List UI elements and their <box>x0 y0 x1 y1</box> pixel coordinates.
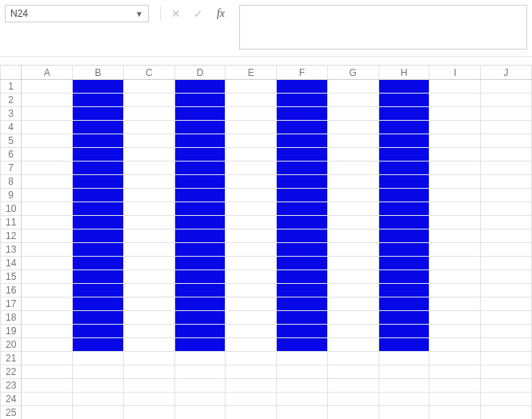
cell[interactable] <box>430 365 481 379</box>
row-header[interactable]: 3 <box>1 107 22 121</box>
cell[interactable] <box>327 107 378 121</box>
cell[interactable] <box>174 297 226 311</box>
cell[interactable] <box>481 107 532 121</box>
cell[interactable] <box>22 270 73 284</box>
cell[interactable] <box>481 297 532 311</box>
cell[interactable] <box>430 216 481 229</box>
cell[interactable] <box>277 148 328 162</box>
cell[interactable] <box>73 243 124 257</box>
row-header[interactable]: 5 <box>1 134 22 148</box>
cell[interactable] <box>327 162 378 175</box>
cell[interactable] <box>481 379 532 393</box>
cell[interactable] <box>22 162 73 175</box>
cell[interactable] <box>327 379 378 393</box>
cell[interactable] <box>277 284 328 297</box>
cell[interactable] <box>378 94 430 107</box>
cell[interactable] <box>378 121 430 134</box>
cell[interactable] <box>226 406 277 420</box>
cell[interactable] <box>174 175 226 189</box>
cell[interactable] <box>378 297 430 311</box>
cell[interactable] <box>378 243 430 257</box>
name-box[interactable]: ▼ <box>5 5 149 22</box>
cell[interactable] <box>327 94 378 107</box>
cell[interactable] <box>226 94 277 107</box>
cell[interactable] <box>430 243 481 257</box>
cell[interactable] <box>73 175 124 189</box>
cell[interactable] <box>123 311 174 325</box>
cell[interactable] <box>277 406 328 420</box>
cell[interactable] <box>22 393 73 406</box>
cell[interactable] <box>123 284 174 297</box>
cell[interactable] <box>226 325 277 338</box>
cell[interactable] <box>430 257 481 270</box>
formula-input[interactable] <box>240 6 526 23</box>
row-header[interactable]: 16 <box>1 284 22 297</box>
cell[interactable] <box>277 94 328 107</box>
cell[interactable] <box>327 148 378 162</box>
cell[interactable] <box>22 80 73 94</box>
column-header[interactable]: J <box>481 66 532 80</box>
cell[interactable] <box>226 107 277 121</box>
cell[interactable] <box>226 338 277 352</box>
row-header[interactable]: 7 <box>1 162 22 175</box>
cell[interactable] <box>22 297 73 311</box>
cell[interactable] <box>327 216 378 229</box>
cell[interactable] <box>22 284 73 297</box>
cell[interactable] <box>378 216 430 229</box>
cell[interactable] <box>327 134 378 148</box>
cell[interactable] <box>327 189 378 202</box>
cell[interactable] <box>73 365 124 379</box>
cell[interactable] <box>73 379 124 393</box>
cell[interactable] <box>123 270 174 284</box>
cell[interactable] <box>226 229 277 243</box>
row-header[interactable]: 23 <box>1 379 22 393</box>
cell[interactable] <box>430 107 481 121</box>
cell[interactable] <box>430 297 481 311</box>
cell[interactable] <box>73 134 124 148</box>
cell[interactable] <box>123 229 174 243</box>
cell[interactable] <box>481 393 532 406</box>
cell[interactable] <box>430 270 481 284</box>
cell[interactable] <box>481 216 532 229</box>
cell[interactable] <box>327 284 378 297</box>
cell[interactable] <box>327 311 378 325</box>
cell[interactable] <box>481 352 532 365</box>
row-header[interactable]: 21 <box>1 352 22 365</box>
cell[interactable] <box>22 107 73 121</box>
row-header[interactable]: 2 <box>1 94 22 107</box>
cell[interactable] <box>226 121 277 134</box>
cell[interactable] <box>123 121 174 134</box>
cell[interactable] <box>73 148 124 162</box>
cell[interactable] <box>226 270 277 284</box>
cell[interactable] <box>123 80 174 94</box>
cell[interactable] <box>226 365 277 379</box>
cell[interactable] <box>378 80 430 94</box>
cell[interactable] <box>430 325 481 338</box>
column-header[interactable]: F <box>277 66 328 80</box>
row-header[interactable]: 6 <box>1 148 22 162</box>
cell[interactable] <box>174 379 226 393</box>
cell[interactable] <box>327 80 378 94</box>
cell[interactable] <box>123 243 174 257</box>
cell[interactable] <box>277 162 328 175</box>
cell[interactable] <box>73 162 124 175</box>
cell[interactable] <box>327 202 378 216</box>
cell[interactable] <box>22 352 73 365</box>
cell[interactable] <box>22 94 73 107</box>
cell[interactable] <box>123 134 174 148</box>
cell[interactable] <box>378 107 430 121</box>
cell[interactable] <box>327 121 378 134</box>
cell[interactable] <box>378 352 430 365</box>
cell[interactable] <box>22 121 73 134</box>
cell[interactable] <box>430 311 481 325</box>
row-header[interactable]: 12 <box>1 229 22 243</box>
fx-icon[interactable]: fx <box>214 6 228 21</box>
cell[interactable] <box>22 311 73 325</box>
row-header[interactable]: 13 <box>1 243 22 257</box>
cell[interactable] <box>174 352 226 365</box>
cell[interactable] <box>378 229 430 243</box>
cell[interactable] <box>73 94 124 107</box>
cell[interactable] <box>430 393 481 406</box>
cell[interactable] <box>73 229 124 243</box>
cell[interactable] <box>481 94 532 107</box>
